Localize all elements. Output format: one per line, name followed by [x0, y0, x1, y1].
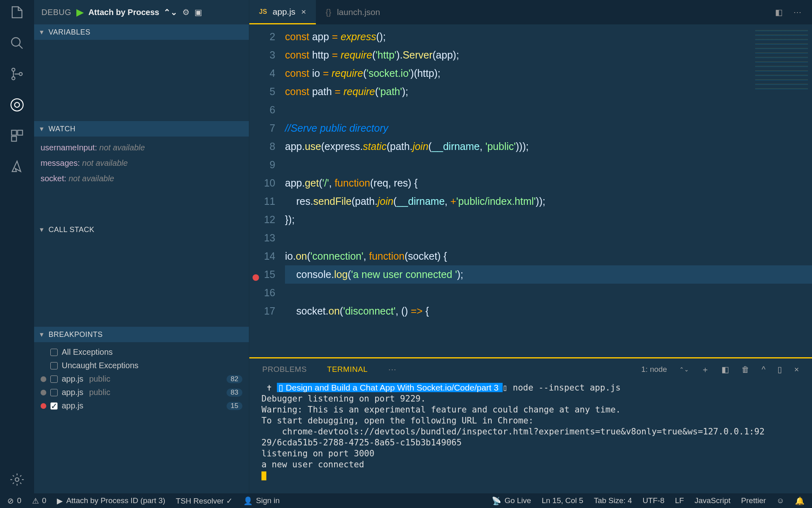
status-encoding[interactable]: UTF-8 — [643, 496, 665, 505]
watch-name[interactable]: messages: — [41, 158, 80, 167]
status-prettier[interactable]: Prettier — [741, 496, 766, 505]
debug-console-icon[interactable]: ▣ — [194, 7, 202, 17]
tab-launch-json[interactable]: {} launch.json — [316, 0, 390, 24]
status-tsh[interactable]: TSH Resolver ✓ — [176, 496, 233, 506]
breakpoint-dot-icon — [41, 376, 46, 382]
feedback-icon[interactable]: ☺ — [777, 496, 784, 505]
breakpoint-row[interactable]: app.jspublic82 — [34, 372, 249, 386]
breakpoint-indicator-icon[interactable] — [253, 274, 259, 281]
status-launch[interactable]: ▶ Attach by Process ID (part 3) — [57, 496, 165, 506]
status-errors[interactable]: ⊘ 0 — [7, 496, 22, 506]
terminal-output[interactable]: ✝ ▯ Design and Build a Chat App With Soc… — [249, 380, 812, 493]
activity-bar — [0, 0, 34, 493]
editor-area: JS app.js × {} launch.json ◧ ⋯ 234567891… — [249, 0, 812, 493]
breakpoints-body: All ExceptionsUncaught Exceptionsapp.jsp… — [34, 342, 249, 416]
tab-bar: JS app.js × {} launch.json ◧ ⋯ — [249, 0, 812, 24]
status-language[interactable]: JavaScript — [695, 496, 731, 505]
checkbox[interactable] — [50, 376, 58, 383]
debug-config-dropdown[interactable]: Attach by Process ⌃⌄ — [89, 7, 178, 17]
extensions-icon[interactable] — [10, 128, 24, 143]
svg-point-5 — [15, 102, 19, 107]
checkbox[interactable] — [50, 362, 58, 369]
checkbox[interactable]: ✓ — [50, 402, 58, 410]
more-actions-icon[interactable]: ⋯ — [793, 7, 801, 17]
debug-icon[interactable] — [10, 98, 24, 112]
close-panel-icon[interactable]: × — [794, 365, 799, 374]
debug-settings-icon[interactable]: ⚙ — [182, 7, 190, 17]
svg-point-9 — [15, 478, 19, 482]
breakpoints-header[interactable]: BREAKPOINTS — [34, 327, 249, 342]
explorer-icon[interactable] — [10, 5, 24, 20]
debug-sidebar: DEBUG ▶ Attach by Process ⌃⌄ ⚙ ▣ VARIABL… — [34, 0, 249, 493]
status-tabsize[interactable]: Tab Size: 4 — [594, 496, 632, 505]
panel-more-icon[interactable]: ⋯ — [388, 365, 396, 374]
svg-point-2 — [12, 77, 15, 80]
status-bar: ⊘ 0 ⚠ 0 ▶ Attach by Process ID (part 3) … — [0, 493, 812, 508]
javascript-file-icon: JS — [259, 8, 267, 15]
svg-point-1 — [12, 68, 15, 72]
status-lncol[interactable]: Ln 15, Col 5 — [542, 496, 583, 505]
status-golive[interactable]: 📡 Go Live — [492, 496, 531, 506]
svg-rect-8 — [12, 137, 17, 141]
variables-header[interactable]: VARIABLES — [34, 24, 249, 40]
search-icon[interactable] — [10, 36, 24, 50]
status-signin[interactable]: 👤 Sign in — [243, 496, 280, 506]
debug-title: DEBUG — [41, 8, 71, 17]
line-gutter[interactable]: 234567891011121314151617 — [249, 28, 285, 320]
json-file-icon: {} — [326, 7, 331, 17]
breakpoint-dot-icon — [41, 403, 46, 409]
panel-tab-problems[interactable]: PROBLEMS — [262, 365, 307, 374]
start-debug-button[interactable]: ▶ — [76, 7, 84, 18]
split-terminal-icon[interactable]: ◧ — [721, 365, 729, 374]
variables-body — [34, 40, 249, 121]
terminal-selector[interactable]: 1: node — [641, 365, 667, 374]
breakpoint-row[interactable]: app.jspublic83 — [34, 386, 249, 399]
new-terminal-icon[interactable]: ＋ — [701, 364, 709, 375]
minimap[interactable] — [755, 28, 808, 89]
watch-body: usernameInput: not available messages: n… — [34, 137, 249, 222]
callstack-header[interactable]: CALL STACK — [34, 222, 249, 237]
svg-point-0 — [12, 38, 20, 46]
kill-terminal-icon[interactable]: 🗑 — [741, 365, 749, 374]
toggle-panel-icon[interactable]: ▯ — [777, 365, 782, 374]
split-editor-icon[interactable]: ◧ — [775, 7, 783, 17]
breakpoint-row[interactable]: All Exceptions — [34, 345, 249, 359]
checkbox[interactable] — [50, 389, 58, 396]
watch-name[interactable]: usernameInput: — [41, 143, 97, 152]
maximize-panel-icon[interactable]: ^ — [762, 365, 765, 374]
watch-name[interactable]: socket: — [41, 174, 66, 183]
tab-app-js[interactable]: JS app.js × — [249, 0, 316, 24]
svg-rect-6 — [12, 130, 17, 135]
status-eol[interactable]: LF — [675, 496, 684, 505]
bottom-panel: PROBLEMS TERMINAL ⋯ 1: node⌃⌄ ＋ ◧ 🗑 ^ ▯ … — [249, 357, 812, 493]
settings-gear-icon[interactable] — [10, 472, 24, 487]
breakpoint-dot-icon — [41, 390, 46, 395]
notifications-icon[interactable]: 🔔 — [795, 496, 805, 506]
status-warnings[interactable]: ⚠ 0 — [32, 496, 47, 506]
azure-icon[interactable] — [10, 159, 24, 174]
callstack-body — [34, 237, 249, 327]
source-control-icon[interactable] — [10, 67, 24, 81]
panel-tab-terminal[interactable]: TERMINAL — [327, 365, 368, 374]
breakpoint-row[interactable]: Uncaught Exceptions — [34, 359, 249, 372]
svg-point-3 — [19, 72, 22, 76]
watch-header[interactable]: WATCH — [34, 121, 249, 137]
close-tab-icon[interactable]: × — [301, 7, 306, 17]
checkbox[interactable] — [50, 349, 58, 356]
code-editor[interactable]: const app = express();const http = requi… — [285, 28, 812, 320]
svg-rect-7 — [18, 130, 23, 135]
breakpoint-row[interactable]: ✓app.js15 — [34, 399, 249, 412]
